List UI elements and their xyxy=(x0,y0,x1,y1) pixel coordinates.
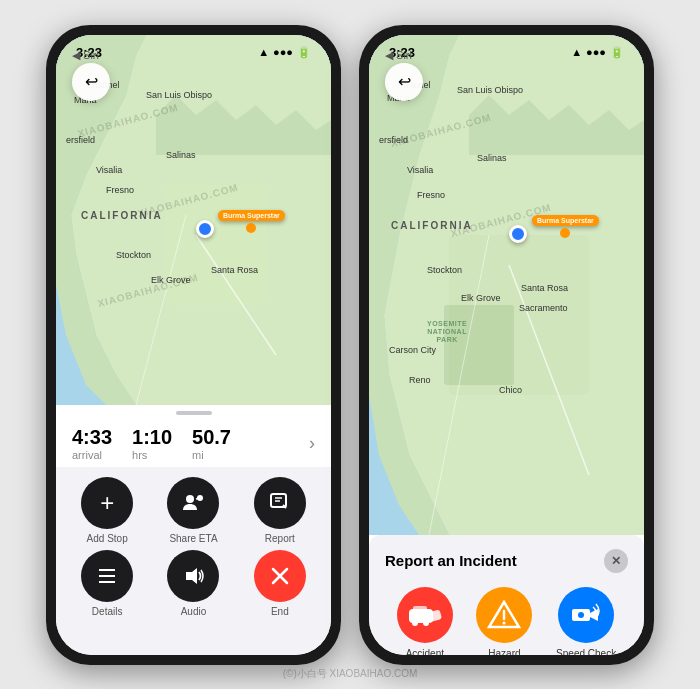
hazard-button[interactable]: Hazard xyxy=(476,587,532,655)
actions-row-2: Details Audio xyxy=(56,550,331,623)
accident-icon-circle xyxy=(397,587,453,643)
duration-label: hrs xyxy=(132,449,147,461)
audio-label: Audio xyxy=(181,606,207,617)
distance-value: 50.7 xyxy=(192,427,231,447)
arrival-time: 4:33 arrival xyxy=(72,427,112,461)
map-label-santarosa: Santa Rosa xyxy=(211,265,258,275)
map-label-stockton-r: Stockton xyxy=(427,265,462,275)
speed-check-icon xyxy=(568,599,604,631)
map-label-salinas-r: Salinas xyxy=(477,153,507,163)
siri-label-left: ◀ Siri xyxy=(72,49,99,62)
audio-button[interactable]: Audio xyxy=(167,550,219,617)
report-icon xyxy=(268,491,292,515)
end-icon-circle xyxy=(254,550,306,602)
map-label-yosemite: YOSEMITENATIONALPARK xyxy=(427,320,467,345)
eta-row: 4:33 arrival 1:10 hrs 50.7 mi › xyxy=(56,417,331,467)
map-label-fresno-r: Fresno xyxy=(417,190,445,200)
status-icons-left: ▲ ●●● 🔋 xyxy=(258,46,311,59)
svg-rect-1 xyxy=(166,185,266,305)
share-eta-label: Share ETA xyxy=(169,533,217,544)
svg-line-6 xyxy=(196,498,200,499)
map-label-salinas: Salinas xyxy=(166,150,196,160)
map-label-reno: Reno xyxy=(409,375,431,385)
status-icons-right: ▲ ●●● 🔋 xyxy=(571,46,624,59)
end-button[interactable]: End xyxy=(254,550,306,617)
details-icon-circle xyxy=(81,550,133,602)
audio-icon-circle xyxy=(167,550,219,602)
map-label-elkgrove-r: Elk Grove xyxy=(461,293,501,303)
map-label-california: CALIFORNIA xyxy=(81,210,163,221)
map-label-stockton: Stockton xyxy=(116,250,151,260)
current-location-marker-left xyxy=(196,220,214,238)
eta-chevron[interactable]: › xyxy=(309,433,315,454)
map-label-chico: Chico xyxy=(499,385,522,395)
siri-label-right: ◀ Siri xyxy=(385,49,412,62)
nav-back-button-left[interactable]: ↩ xyxy=(72,63,110,101)
hazard-icon xyxy=(487,599,521,631)
distance-label: mi xyxy=(192,449,204,461)
map-label-visalia: Visalia xyxy=(96,165,122,175)
map-label-elkgrove: Elk Grove xyxy=(151,275,191,285)
report-panel: Report an Incident ✕ xyxy=(369,535,644,655)
current-location-marker-right xyxy=(509,225,527,243)
nav-back-button-right[interactable]: ↩ xyxy=(385,63,423,101)
share-eta-icon xyxy=(180,490,206,516)
destination-marker-right: Burma Superstar xyxy=(532,215,599,238)
report-label: Report xyxy=(265,533,295,544)
map-label-ersfield-r: ersfield xyxy=(379,135,408,145)
map-label-california-r: CALIFORNIA xyxy=(391,220,473,231)
details-label: Details xyxy=(92,606,123,617)
destination-marker-left: Burma Superstar xyxy=(218,210,285,233)
share-eta-button[interactable]: Share ETA xyxy=(167,477,219,544)
map-label-slo-r: San Luis Obispo xyxy=(457,85,523,95)
speed-check-button[interactable]: Speed Check xyxy=(556,587,616,655)
map-left[interactable]: Channel Maria San Luis Obispo ersfield V… xyxy=(56,35,331,405)
distance: 50.7 mi xyxy=(192,427,231,461)
drag-handle xyxy=(56,405,331,417)
footer-watermark: (©)小白号 XIAOBAIHAO.COM xyxy=(283,667,418,681)
map-label-carsoncity: Carson City xyxy=(389,345,436,355)
svg-point-23 xyxy=(412,620,418,626)
bottom-panel-left: 4:33 arrival 1:10 hrs 50.7 mi › xyxy=(56,405,331,655)
report-button[interactable]: Report xyxy=(254,477,306,544)
map-label-visalia-r: Visalia xyxy=(407,165,433,175)
add-stop-label: Add Stop xyxy=(87,533,128,544)
report-icon-circle xyxy=(254,477,306,529)
map-label-sanluisobispo: San Luis Obispo xyxy=(146,90,212,100)
details-button[interactable]: Details xyxy=(81,550,133,617)
phones-container: 3:23 ▲ ●●● 🔋 xyxy=(46,25,654,665)
accident-button[interactable]: Accident xyxy=(397,587,453,655)
audio-icon xyxy=(181,564,205,588)
report-title: Report an Incident xyxy=(385,552,517,569)
duration-time: 1:10 hrs xyxy=(132,427,172,461)
actions-row-1: + Add Stop Share xyxy=(56,467,331,550)
svg-point-31 xyxy=(578,612,584,618)
map-right[interactable]: Channel Maria San Luis Obispo ersfield V… xyxy=(369,35,644,535)
details-icon xyxy=(95,564,119,588)
report-close-button[interactable]: ✕ xyxy=(604,549,628,573)
svg-point-4 xyxy=(186,495,194,503)
hazard-label: Hazard xyxy=(488,648,520,655)
duration-value: 1:10 xyxy=(132,427,172,447)
map-label-sacramento: Sacramento xyxy=(519,303,568,313)
hazard-icon-circle xyxy=(476,587,532,643)
report-header: Report an Incident ✕ xyxy=(385,549,628,573)
phone-left: 3:23 ▲ ●●● 🔋 xyxy=(46,25,341,665)
add-stop-icon-circle: + xyxy=(81,477,133,529)
report-icons: Accident Hazard xyxy=(385,587,628,655)
svg-point-24 xyxy=(423,620,429,626)
svg-point-28 xyxy=(503,621,506,624)
map-label-fresno: Fresno xyxy=(106,185,134,195)
share-eta-icon-circle xyxy=(167,477,219,529)
end-label: End xyxy=(271,606,289,617)
accident-label: Accident xyxy=(406,648,444,655)
speed-check-icon-circle xyxy=(558,587,614,643)
phone-right: 3:23 ▲ ●●● 🔋 xyxy=(359,25,654,665)
svg-rect-22 xyxy=(413,606,427,614)
arrival-value: 4:33 xyxy=(72,427,112,447)
map-label-santarosa-r: Santa Rosa xyxy=(521,283,568,293)
arrival-label: arrival xyxy=(72,449,102,461)
add-stop-button[interactable]: + Add Stop xyxy=(81,477,133,544)
speed-check-label: Speed Check xyxy=(556,648,616,655)
svg-marker-13 xyxy=(186,568,197,584)
